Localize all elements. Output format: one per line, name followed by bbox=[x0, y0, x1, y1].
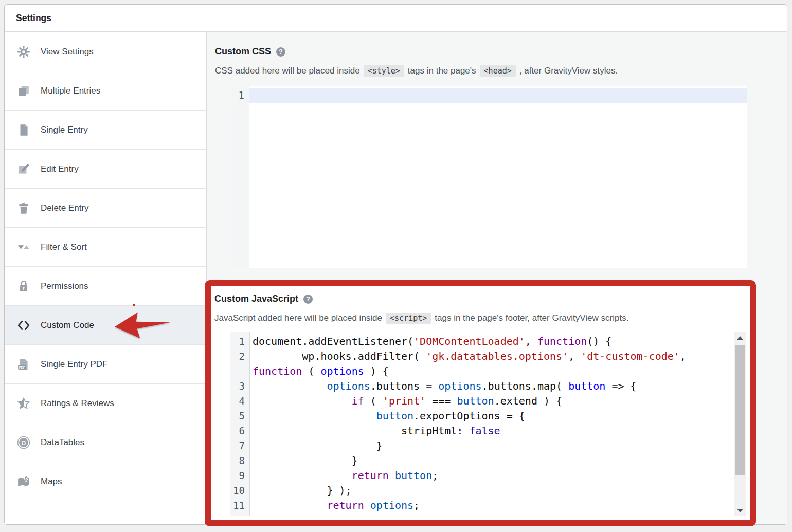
sidebar-item-ratings-reviews[interactable]: Ratings & Reviews bbox=[5, 384, 206, 423]
scrollbar-thumb[interactable] bbox=[735, 345, 745, 475]
lock-icon bbox=[17, 280, 30, 293]
help-icon[interactable]: ? bbox=[276, 47, 285, 57]
settings-page: Settings View bbox=[0, 0, 792, 532]
sidebar-item-custom-code[interactable]: Custom Code bbox=[5, 306, 206, 345]
sidebar-item-label: Permissions bbox=[41, 281, 88, 291]
sidebar-item-edit-entry[interactable]: Edit Entry bbox=[5, 150, 206, 189]
panel-header: Settings bbox=[5, 5, 787, 32]
script-tag-chip: <script> bbox=[386, 313, 431, 324]
sidebar-item-label: Multiple Entries bbox=[41, 86, 100, 96]
scroll-down-arrow-icon[interactable] bbox=[734, 505, 746, 516]
annotation-highlight-box: Custom JavaScript ? JavaScript added her… bbox=[205, 280, 756, 526]
svg-text:D: D bbox=[22, 439, 26, 446]
head-tag-chip: <head> bbox=[480, 65, 516, 77]
page-icon bbox=[17, 123, 30, 137]
line-number-gutter: 1234567891011 bbox=[230, 332, 250, 516]
line-number-gutter: 1 bbox=[230, 86, 249, 268]
edit-pencil-icon bbox=[17, 162, 30, 176]
vertical-scrollbar[interactable] bbox=[734, 332, 746, 516]
sidebar-item-label: Edit Entry bbox=[41, 164, 79, 174]
code-area bbox=[249, 86, 747, 268]
sidebar-item-single-entry-pdf[interactable]: PDF Single Entry PDF bbox=[5, 345, 206, 384]
custom-javascript-description: JavaScript added here will be placed ins… bbox=[214, 313, 628, 324]
annotation-arrow-icon bbox=[114, 310, 171, 340]
star-icon bbox=[17, 397, 30, 410]
sort-triangles-icon bbox=[17, 241, 30, 254]
sidebar-item-single-entry[interactable]: Single Entry bbox=[5, 111, 206, 150]
custom-css-code-editor[interactable]: 1 bbox=[230, 86, 747, 268]
sidebar-item-multiple-entries[interactable]: Multiple Entries bbox=[5, 71, 206, 111]
annotation-dot bbox=[133, 304, 135, 306]
style-tag-chip: <style> bbox=[364, 65, 404, 77]
sidebar-item-label: View Settings bbox=[41, 47, 94, 57]
datatables-icon: D bbox=[17, 436, 30, 449]
code-area: document.addEventListener('DOMContentLoa… bbox=[250, 332, 734, 516]
sidebar-item-filter-sort[interactable]: Filter & Sort bbox=[5, 228, 206, 267]
trash-icon bbox=[17, 201, 30, 215]
custom-css-heading: Custom CSS ? bbox=[215, 46, 285, 57]
svg-text:PDF: PDF bbox=[19, 366, 25, 369]
sidebar-item-permissions[interactable]: Permissions bbox=[5, 267, 206, 306]
sidebar-item-label: Filter & Sort bbox=[41, 242, 87, 252]
sidebar-item-label: Single Entry PDF bbox=[41, 359, 107, 370]
code-icon bbox=[17, 319, 30, 332]
scroll-up-arrow-icon[interactable] bbox=[734, 332, 746, 343]
sidebar-item-label: Custom Code bbox=[41, 320, 94, 331]
custom-css-description: CSS added here will be placed inside <st… bbox=[215, 65, 618, 77]
page-title: Settings bbox=[16, 13, 51, 24]
gear-icon bbox=[17, 45, 30, 59]
sidebar-item-delete-entry[interactable]: Delete Entry bbox=[5, 189, 206, 228]
pages-icon bbox=[17, 84, 30, 98]
help-icon[interactable]: ? bbox=[303, 295, 313, 304]
custom-javascript-code-editor[interactable]: 1234567891011 document.addEventListener(… bbox=[230, 332, 746, 516]
sidebar-item-label: Single Entry bbox=[41, 125, 88, 135]
custom-javascript-heading: Custom JavaScript ? bbox=[214, 293, 313, 304]
sidebar-item-label: Ratings & Reviews bbox=[41, 398, 114, 409]
sidebar-item-label: Delete Entry bbox=[41, 203, 89, 213]
sidebar-item-label: DataTables bbox=[41, 437, 84, 448]
settings-sidebar: View Settings Multiple Entries Single En… bbox=[5, 32, 207, 524]
map-icon bbox=[17, 475, 30, 488]
sidebar-item-datatables[interactable]: D DataTables bbox=[5, 423, 206, 462]
sidebar-item-label: Maps bbox=[41, 476, 62, 487]
pdf-icon: PDF bbox=[17, 358, 30, 371]
sidebar-item-view-settings[interactable]: View Settings bbox=[5, 32, 206, 71]
sidebar-item-maps[interactable]: Maps bbox=[5, 462, 206, 501]
